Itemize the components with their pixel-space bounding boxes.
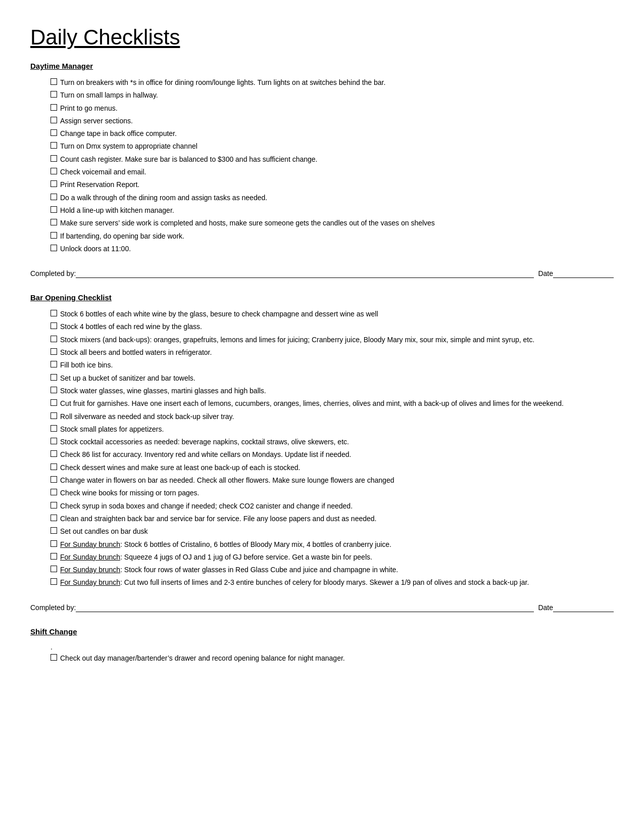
checkbox[interactable] [51,654,57,661]
checkbox[interactable] [51,194,57,200]
completed-by-field[interactable] [76,269,534,278]
checklist-item: Stock water glasses, wine glasses, marti… [51,386,614,396]
checklist-item-text: Stock water glasses, wine glasses, marti… [60,386,614,396]
checkbox[interactable] [51,180,57,187]
dot: . [51,643,614,651]
checklist-item: Stock mixers (and back-ups): oranges, gr… [51,335,614,345]
checkbox[interactable] [51,245,57,251]
checkbox[interactable] [51,155,57,162]
checkbox[interactable] [51,476,57,483]
checklist-item: Cut fruit for garnishes. Have one insert… [51,398,614,408]
checkbox[interactable] [51,438,57,444]
checkbox[interactable] [51,515,57,521]
checklist-item-text: Make sure servers’ side work is complete… [60,218,614,228]
checklist-item-text: Set out candles on bar dusk [60,526,614,536]
date-field[interactable] [553,269,614,278]
checklist-item-text: For Sunday brunch: Cut two full inserts … [60,577,614,587]
checklist-item: Set out candles on bar dusk [51,526,614,536]
checkbox[interactable] [51,412,57,419]
page-title: Daily Checklists [30,25,614,50]
checklist-item-text: Roll silverware as needed and stock back… [60,411,614,422]
checklist-item-text: Check syrup in soda boxes and change if … [60,501,614,511]
checklist-item-text: Stock all beers and bottled waters in re… [60,347,614,357]
checkbox[interactable] [51,336,57,342]
completed-by-label: Completed by: [30,269,76,277]
checklist-item: Change water in flowers on bar as needed… [51,475,614,485]
checklist-item: Fill both ice bins. [51,360,614,370]
checklist-item-text: Stock cocktail accessories as needed: be… [60,437,614,447]
date-field[interactable] [553,603,614,612]
checklist-item: Hold a line-up with kitchen manager. [51,205,614,215]
checklist-item-text: Print to go menus. [60,103,614,113]
checklist-item-text: For Sunday brunch: Stock four rows of wa… [60,565,614,575]
checkbox[interactable] [51,553,57,560]
checklist-item-text: Check dessert wines and make sure at lea… [60,462,614,473]
checkbox[interactable] [51,425,57,432]
checklist-item-text: Turn on small lamps in hallway. [60,90,614,100]
checklist-item: Set up a bucket of sanitizer and bar tow… [51,373,614,383]
section-heading-daytime-manager: Daytime Manager [30,62,614,70]
checkbox[interactable] [51,489,57,495]
checkbox[interactable] [51,450,57,457]
checklist-item-text: Clean and straighten back bar and servic… [60,514,614,524]
completed-by-field[interactable] [76,603,534,612]
checkbox[interactable] [51,322,57,329]
checklist-item: Check 86 list for accuracy. Inventory re… [51,449,614,459]
checklist-bar-opening: Stock 6 bottles of each white wine by th… [51,309,614,588]
checklist-item: For Sunday brunch: Squeeze 4 jugs of OJ … [51,552,614,562]
checklist-item: Stock cocktail accessories as needed: be… [51,437,614,447]
completed-line: Completed by:Date [30,269,614,278]
checkbox[interactable] [51,387,57,393]
checkbox[interactable] [51,502,57,508]
checkbox[interactable] [51,399,57,406]
checkbox[interactable] [51,464,57,470]
checkbox[interactable] [51,168,57,174]
checklist-item: Do a walk through of the dining room and… [51,193,614,203]
checkbox[interactable] [51,117,57,123]
checklist-item-text: Stock mixers (and back-ups): oranges, gr… [60,335,614,345]
checkbox[interactable] [51,374,57,381]
checkbox[interactable] [51,219,57,225]
checklist-item-text: Turn on breakers with *s in office for d… [60,77,614,87]
checkbox[interactable] [51,566,57,572]
section-daytime-manager: Daytime ManagerTurn on breakers with *s … [30,62,614,278]
checklist-item: Change tape in back office computer. [51,128,614,138]
checkbox[interactable] [51,527,57,534]
checklist-item-text: Do a walk through of the dining room and… [60,193,614,203]
checkbox[interactable] [51,348,57,355]
checkbox[interactable] [51,232,57,239]
checkbox[interactable] [51,129,57,136]
checklist-item-text: Fill both ice bins. [60,360,614,370]
checklist-item: Stock all beers and bottled waters in re… [51,347,614,357]
checklist-item-text: Unlock doors at 11:00. [60,244,614,254]
checklist-item: Check voicemail and email. [51,167,614,177]
checklist-item: Turn on breakers with *s in office for d… [51,77,614,87]
checkbox[interactable] [51,78,57,85]
checkbox[interactable] [51,361,57,367]
checklist-item: For Sunday brunch: Cut two full inserts … [51,577,614,587]
checklist-item: Check out day manager/bartender’s drawer… [51,653,614,663]
checklist-item: For Sunday brunch: Stock four rows of wa… [51,565,614,575]
checklist-shift-change: Check out day manager/bartender’s drawer… [51,653,614,663]
checklist-item: Check dessert wines and make sure at lea… [51,462,614,473]
checklist-item-text: Assign server sections. [60,116,614,126]
checkbox[interactable] [51,540,57,547]
completed-by-label: Completed by: [30,604,76,612]
checklist-item: Roll silverware as needed and stock back… [51,411,614,422]
checklist-item-text: For Sunday brunch: Squeeze 4 jugs of OJ … [60,552,614,562]
checkbox[interactable] [51,578,57,585]
checkbox[interactable] [51,142,57,149]
checklist-item: Stock 6 bottles of each white wine by th… [51,309,614,319]
checklist-item: Print to go menus. [51,103,614,113]
checklist-item-text: Set up a bucket of sanitizer and bar tow… [60,373,614,383]
checkbox[interactable] [51,104,57,111]
checklist-item: Check wine books for missing or torn pag… [51,488,614,498]
completed-line: Completed by:Date [30,603,614,612]
checklist-item: Assign server sections. [51,116,614,126]
checklist-item: Make sure servers’ side work is complete… [51,218,614,228]
checkbox[interactable] [51,91,57,98]
checkbox[interactable] [51,310,57,316]
checklist-item-text: Stock 6 bottles of each white wine by th… [60,309,614,319]
checkbox[interactable] [51,206,57,213]
checklist-item-text: Check voicemail and email. [60,167,614,177]
